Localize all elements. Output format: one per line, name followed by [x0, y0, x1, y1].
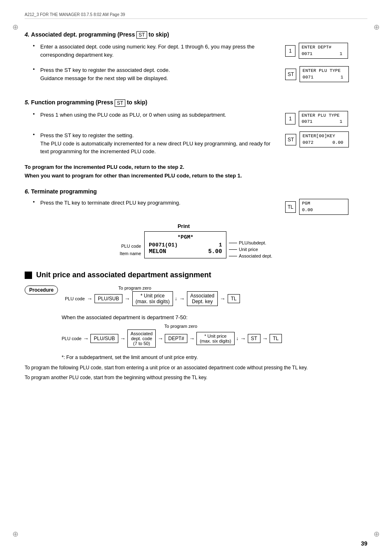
annotation-1: PLU/subdept.	[229, 240, 272, 245]
tl-key-fn1: TL	[292, 365, 298, 371]
item-label: Item name	[120, 251, 141, 256]
page: A212_3 FOR THE MANAGER 03.7.5 8:02 AM Pa…	[0, 0, 392, 555]
section-6-bullet: • Press the TL key to terminate direct P…	[33, 199, 367, 215]
arrow-6: →	[120, 335, 126, 342]
section-5-key: ST	[115, 99, 125, 107]
flow-box-dept: DEPT#	[165, 334, 187, 343]
section-5-paren2: to skip)	[127, 99, 148, 106]
flow-box-tl-2: TL	[270, 334, 282, 343]
unit-price-header: Unit price and associated department ass…	[25, 271, 367, 279]
section-4-key: ST	[136, 31, 147, 39]
section-6-num: 6.	[25, 188, 31, 195]
section-5-num: 5.	[25, 99, 31, 106]
bullet-dot-3: •	[33, 111, 39, 119]
bullet-dot: •	[33, 43, 39, 59]
screen-enter-plu-type: ENTER PLU TYPE0071 1	[300, 66, 349, 82]
plu-value: P0071(O1)	[149, 242, 178, 248]
footnote-3: To program another PLU code, start from …	[25, 374, 367, 382]
st-key-inline: ST	[65, 67, 71, 73]
plu-code-label-2: PLU code	[62, 336, 81, 341]
procedure-box: Procedure	[25, 286, 58, 295]
corner-mark-bl: ⊕	[12, 530, 18, 539]
section-5-bullet-1: • Press 1 when using the PLU code as PLU…	[33, 111, 367, 127]
section-4-bullet-2: • Press the ST key to register the assoc…	[33, 66, 367, 85]
plu-code-label-1: PLU code	[65, 296, 85, 301]
tl-key-inline: TL	[64, 200, 70, 206]
flow-box-unit-price-2: * Unit price(max. six digits)	[196, 332, 234, 345]
print-container: Print PLU code Item name *PGM* P0071(O1)…	[25, 223, 367, 258]
annotation-text-2: Unit price	[239, 247, 258, 252]
section-4-bullet-1-text: • Enter a associated dept. code using nu…	[33, 43, 285, 61]
section-5-bullet-2-right: ST ENTER[00]KEY0072 0.00	[285, 131, 367, 158]
plu-code-label: PLU code	[121, 244, 141, 249]
when-text: When the associated department is depart…	[62, 314, 187, 320]
bullet-item-2: • Press the ST key to register the assoc…	[33, 66, 277, 82]
page-number: 39	[361, 540, 367, 547]
screen-enter-dept: ENTER DEPT#0071 1	[299, 43, 348, 59]
section-5-paren: (Press	[96, 99, 115, 106]
bullet-dot-5: •	[33, 199, 39, 207]
bold-note-text-2: When you want to program for other than …	[25, 173, 242, 179]
pgm-line: *PGM*	[149, 234, 222, 240]
key-screen-row-3: 1 ENTER PLU TYPE0071 1	[285, 111, 367, 127]
key-screen-row-5: TL PGM0.00	[285, 199, 367, 215]
key-st: ST	[285, 69, 296, 80]
unit-price-container: * Unit price(max. six digits) ↓	[132, 291, 173, 306]
section-6-title: 6. Terminate programming	[25, 188, 367, 195]
down-arrow: ↓	[175, 296, 177, 302]
screen-pgm: PGM0.00	[299, 199, 348, 215]
annotation-line-1	[229, 243, 237, 243]
key-screen-row-2: ST ENTER PLU TYPE0071 1	[285, 66, 367, 82]
item-value: MELON	[149, 248, 166, 255]
st-key-inline-2: ST	[65, 132, 71, 138]
bullet-dot-4: •	[33, 131, 39, 156]
section-4-bullet-1: • Enter a associated dept. code using nu…	[33, 43, 367, 61]
procedure-container: Procedure	[25, 286, 62, 295]
print-relative: Print PLU code Item name *PGM* P0071(O1)…	[120, 223, 272, 258]
flow-diagram-1: Procedure To program zero PLU code → PLU…	[25, 286, 367, 306]
footnote-text-3: To program another PLU code, start from …	[25, 375, 208, 380]
corner-mark-tr: ⊕	[374, 23, 380, 32]
footnotes: *: For a subdepartment, set the limit am…	[25, 354, 367, 382]
key-1b: 1	[285, 113, 295, 124]
arrow-7: →	[157, 335, 163, 342]
arrow-2: →	[125, 295, 130, 302]
key-st-2: ST	[285, 134, 296, 145]
key-screen-row-4: ST ENTER[00]KEY0072 0.00	[285, 131, 367, 147]
footnote-text-1: *: For a subdepartment, set the limit am…	[62, 355, 198, 360]
section-5-text: Function programming	[31, 99, 94, 106]
annotation-3: Associated dept.	[229, 253, 272, 258]
arrow-9: →	[240, 335, 246, 342]
section-5: 5. Function programming (Press ST to ski…	[25, 99, 367, 158]
bullet-text: Enter a associated dept. code using nume…	[40, 43, 277, 59]
arrow-10: →	[262, 335, 268, 342]
section-4-bullet-2-right: ST ENTER PLU TYPE0071 1	[285, 66, 367, 85]
annotation-line-3	[229, 256, 237, 256]
bold-note-1: To program for the incremented PLU code,…	[25, 163, 367, 180]
print-left-labels: PLU code Item name	[120, 231, 141, 258]
bullet-item: • Enter a associated dept. code using nu…	[33, 43, 277, 59]
section-4-bullet-1-right: 1 ENTER DEPT#0071 1	[285, 43, 367, 61]
arrow-8: →	[189, 335, 195, 342]
section-4-num: 4.	[25, 31, 31, 38]
arrow-5: →	[83, 335, 89, 342]
flow-box-unit-price: * Unit price(max. six digits)	[132, 291, 173, 306]
unit-price-title: Unit price and associated department ass…	[36, 271, 211, 279]
bullet-item-5: • Press the TL key to terminate direct P…	[33, 199, 277, 207]
footnote-2: To program the following PLU code, start…	[25, 364, 367, 372]
bullet-text-3: Press 1 when using the PLU code as PLU, …	[40, 111, 277, 119]
section-6: 6. Terminate programming • Press the TL …	[25, 188, 367, 215]
flow-row-2: PLU code → PLU/SUB → Associateddept. cod…	[62, 329, 367, 348]
when-label: When the associated department is depart…	[62, 314, 367, 320]
screen-enter-plu-type-2: ENTER PLU TYPE0071 1	[299, 111, 348, 127]
key-1: 1	[285, 45, 295, 57]
print-right-annotations: PLU/subdept. Unit price Associated dept.	[229, 231, 272, 258]
annotation-2: Unit price	[229, 247, 272, 252]
annotation-text-3: Associated dept.	[239, 253, 272, 258]
plu-row: P0071(O1) 1	[149, 242, 222, 248]
section-4-paren2: to skip)	[149, 31, 169, 38]
flow-row-1-wrapper: Procedure To program zero PLU code → PLU…	[25, 286, 367, 306]
section-6-bullet-text: • Press the TL key to terminate direct P…	[33, 199, 285, 215]
section-6-text: Terminate programming	[31, 188, 97, 195]
flow-box-assoc-code: Associateddept. code(7 to 50)	[127, 329, 156, 348]
